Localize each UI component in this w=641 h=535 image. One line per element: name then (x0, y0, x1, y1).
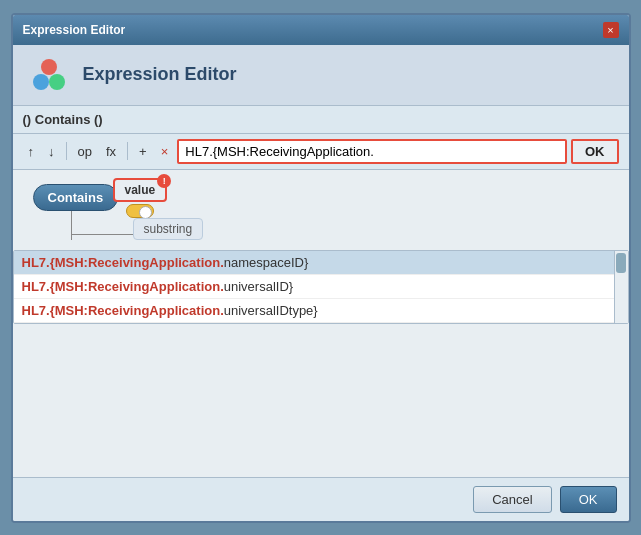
autocomplete-item-1[interactable]: HL7.{MSH:ReceivingApplication.namespaceI… (14, 251, 628, 275)
title-bar-text: Expression Editor (23, 23, 126, 37)
autocomplete-dropdown: HL7.{MSH:ReceivingApplication.namespaceI… (13, 250, 629, 324)
search-input-wrapper (177, 139, 567, 164)
app-logo (29, 55, 69, 95)
op-button[interactable]: op (73, 141, 97, 162)
add-button[interactable]: + (134, 141, 152, 162)
svg-point-2 (49, 74, 65, 90)
scrollbar-thumb (616, 253, 626, 273)
autocomplete-item-2[interactable]: HL7.{MSH:ReceivingApplication.universalI… (14, 275, 628, 299)
header-section: Expression Editor (13, 45, 629, 106)
remove-button[interactable]: × (156, 141, 174, 162)
toolbar: ↑ ↓ op fx + × OK (13, 134, 629, 170)
move-down-button[interactable]: ↓ (43, 141, 60, 162)
toggle-switch[interactable] (126, 204, 154, 218)
value-node: value ! (113, 178, 168, 218)
ok-button[interactable]: OK (560, 486, 617, 513)
autocomplete-scrollbar[interactable] (614, 251, 628, 323)
move-up-button[interactable]: ↑ (23, 141, 40, 162)
ok-inline-button[interactable]: OK (571, 139, 619, 164)
cancel-button[interactable]: Cancel (473, 486, 551, 513)
main-content: Contains value ! substring HL7.{MSH:Rece… (13, 170, 629, 477)
substring-node: substring (133, 218, 204, 240)
svg-point-0 (41, 59, 57, 75)
title-bar: Expression Editor × (13, 15, 629, 45)
close-button[interactable]: × (603, 22, 619, 38)
autocomplete-item-3[interactable]: HL7.{MSH:ReceivingApplication.universalI… (14, 299, 628, 323)
value-label: value ! (113, 178, 168, 202)
svg-point-1 (33, 74, 49, 90)
fx-button[interactable]: fx (101, 141, 121, 162)
connector-h2 (71, 234, 133, 235)
expression-input[interactable] (177, 139, 567, 164)
substring-label: substring (133, 218, 204, 240)
header-title: Expression Editor (83, 64, 237, 85)
expression-editor-dialog: Expression Editor × Expression Editor ()… (11, 13, 631, 523)
toolbar-separator-2 (127, 142, 128, 160)
bottom-bar: Cancel OK (13, 477, 629, 521)
contains-button[interactable]: Contains (33, 184, 119, 211)
expression-display: () Contains () (13, 106, 629, 134)
warning-badge: ! (157, 174, 171, 188)
toolbar-separator-1 (66, 142, 67, 160)
